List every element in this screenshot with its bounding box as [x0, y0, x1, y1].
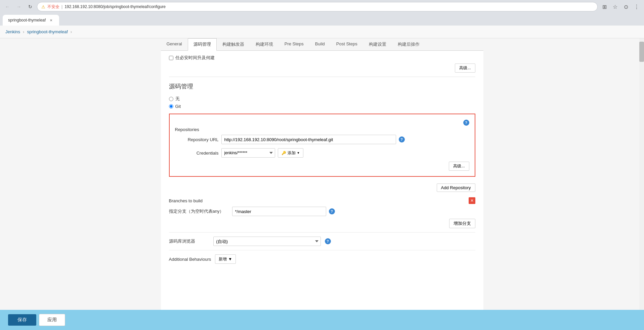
- tab-build[interactable]: Build: [309, 38, 331, 50]
- repo-url-help-icon[interactable]: ?: [399, 136, 405, 142]
- breadcrumb: Jenkins › springboot-thymeleaf ›: [0, 26, 644, 38]
- bookmark-button[interactable]: ☆: [610, 2, 620, 11]
- branch-help-icon[interactable]: ?: [329, 208, 335, 214]
- tab-close-button[interactable]: ✕: [48, 17, 54, 23]
- tab-pre-steps[interactable]: Pre Steps: [279, 38, 309, 50]
- tab-post-build[interactable]: 构建后操作: [392, 38, 425, 50]
- add-dropdown-arrow: ▼: [297, 151, 300, 155]
- radio-git-label: Git: [175, 104, 181, 109]
- repo-url-input[interactable]: [221, 135, 396, 144]
- git-help-icon[interactable]: ?: [463, 120, 469, 126]
- add-repository-row: Add Repository: [161, 181, 483, 195]
- tab-build-settings[interactable]: 构建设置: [363, 38, 392, 50]
- pipe-separator: |: [61, 4, 62, 9]
- tab-build-triggers[interactable]: 构建触发器: [217, 38, 250, 50]
- tab-post-steps[interactable]: Post Steps: [331, 38, 363, 50]
- bottom-spacer: [161, 266, 483, 293]
- radio-git[interactable]: [169, 104, 173, 109]
- save-button[interactable]: 保存: [8, 314, 36, 326]
- branches-header: Branches to build ✕: [169, 197, 475, 204]
- branch-label: 指定分支（为空时代表any）: [169, 208, 229, 214]
- radio-none-option[interactable]: 无: [169, 96, 475, 102]
- breadcrumb-home[interactable]: Jenkins: [5, 29, 20, 34]
- repositories-label: Repositories: [175, 127, 202, 132]
- add-btn-label: 添加: [288, 150, 296, 156]
- tab-source-management[interactable]: 源码管理: [188, 38, 217, 51]
- tab-title: springboot-thymeleaf: [8, 18, 46, 23]
- repo-url-label: Repository URL: [175, 137, 219, 142]
- branches-title: Branches to build: [169, 198, 203, 203]
- git-advanced-row: 高级...: [175, 162, 469, 171]
- scrollbar-thumb[interactable]: [639, 42, 644, 62]
- key-icon: 🔑: [282, 151, 286, 155]
- scrollbar[interactable]: [639, 38, 644, 310]
- credentials-select[interactable]: jenkins/******: [221, 148, 275, 158]
- branch-row: 指定分支（为空时代表any） ?: [169, 207, 475, 216]
- checkbox-text: 任必安时间升及何建: [175, 55, 215, 61]
- credentials-add-button[interactable]: 🔑 添加 ▼: [278, 148, 304, 158]
- radio-git-option[interactable]: Git: [169, 104, 475, 109]
- profile-button[interactable]: ⊙: [621, 2, 631, 11]
- source-browser-label: 源码库浏览器: [169, 238, 209, 244]
- git-config-box: ? Repositories Repository URL ? Credenti…: [169, 114, 475, 177]
- apply-button[interactable]: 应用: [39, 314, 65, 326]
- git-advanced-button[interactable]: 高级...: [449, 162, 469, 171]
- save-bar: 保存 应用: [0, 310, 644, 330]
- credentials-label: Credentials: [175, 151, 219, 156]
- main-content: General 源码管理 构建触发器 构建环境 Pre Steps Build …: [0, 38, 644, 330]
- additional-behaviours-section: Additional Behaviours 新增 ▼: [161, 252, 483, 266]
- radio-none[interactable]: [169, 97, 173, 101]
- source-browser-help-icon[interactable]: ?: [325, 238, 331, 244]
- menu-button[interactable]: ⋮: [632, 2, 641, 11]
- breadcrumb-current[interactable]: springboot-thymeleaf: [27, 29, 68, 34]
- add-branch-row: 增加分支: [169, 219, 475, 228]
- tab-general[interactable]: General: [161, 38, 188, 50]
- remove-branch-button[interactable]: ✕: [469, 197, 475, 204]
- browser-tab[interactable]: springboot-thymeleaf ✕: [3, 15, 59, 26]
- necessary-checkbox[interactable]: [169, 56, 173, 60]
- insecure-label: 不安全: [47, 4, 59, 10]
- forward-button[interactable]: →: [14, 2, 24, 11]
- content-panel: General 源码管理 构建触发器 构建环境 Pre Steps Build …: [161, 38, 483, 330]
- breadcrumb-sep2: ›: [71, 29, 72, 34]
- add-behaviour-arrow: ▼: [228, 257, 232, 261]
- top-advanced-button[interactable]: 高级...: [455, 64, 475, 73]
- add-repository-button[interactable]: Add Repository: [437, 183, 475, 192]
- breadcrumb-sep1: ›: [23, 29, 24, 34]
- checkbox-row[interactable]: 任必安时间升及何建: [169, 55, 475, 61]
- additional-label: Additional Behaviours: [169, 257, 211, 262]
- source-options: 无 Git: [161, 96, 483, 114]
- address-bar[interactable]: ⚠ 不安全 | 192.168.192.10:8080/job/springbo…: [37, 2, 598, 11]
- warning-icon: ⚠: [41, 4, 45, 9]
- radio-none-label: 无: [175, 96, 180, 102]
- source-browser-select[interactable]: (自动): [213, 237, 321, 246]
- add-behaviour-label: 新增: [219, 256, 227, 262]
- section-title: 源码管理: [161, 82, 483, 90]
- url-text: 192.168.192.10:8080/job/springboot-thyme…: [65, 4, 166, 9]
- credentials-row: Credentials jenkins/****** 🔑 添加 ▼: [175, 148, 469, 158]
- reload-button[interactable]: ↻: [26, 2, 35, 11]
- add-behaviour-button[interactable]: 新增 ▼: [215, 254, 236, 264]
- add-branch-button[interactable]: 增加分支: [449, 219, 475, 228]
- config-tabs: General 源码管理 构建触发器 构建环境 Pre Steps Build …: [161, 38, 483, 51]
- top-section: 任必安时间升及何建 高级...: [161, 51, 483, 77]
- repo-url-row: Repository URL ?: [175, 135, 469, 144]
- tab-build-env[interactable]: 构建环境: [250, 38, 279, 50]
- translate-button[interactable]: ⊞: [600, 2, 609, 11]
- back-button[interactable]: ←: [3, 2, 12, 11]
- branches-section: Branches to build ✕ 指定分支（为空时代表any） ? 增加分…: [161, 195, 483, 231]
- source-browser-section: 源码库浏览器 (自动) ?: [161, 234, 483, 249]
- branch-input[interactable]: [232, 207, 326, 216]
